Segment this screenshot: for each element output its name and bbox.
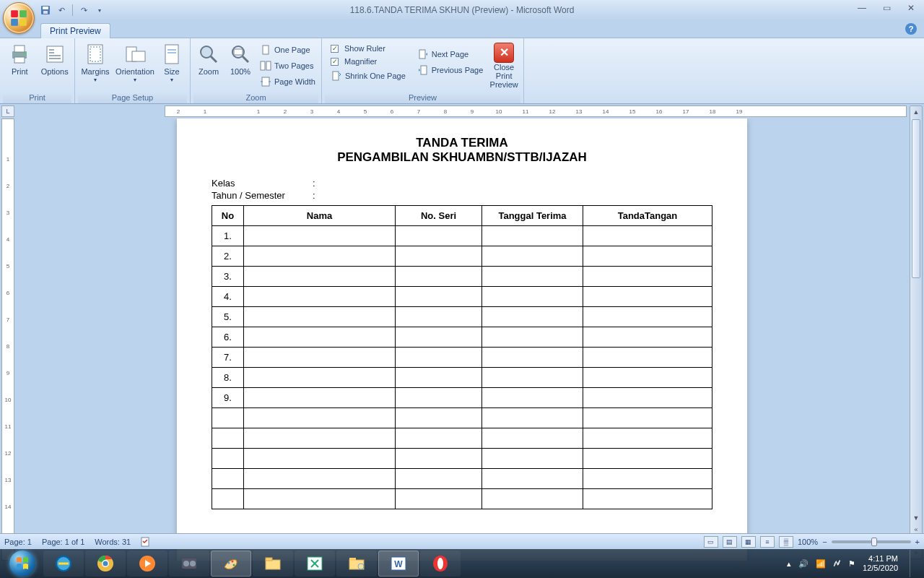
table-row	[212, 469, 712, 489]
maximize-button[interactable]: ▭	[878, 2, 895, 14]
ribbon: Print Options Print Margins▾ Orientation…	[0, 38, 924, 104]
scrollbar-thumb[interactable]	[912, 119, 920, 278]
tray-clock[interactable]: 4:11 PM 12/5/2020	[863, 554, 898, 572]
table-header: Tanggal Terima	[482, 206, 583, 226]
next-page-button[interactable]: Next Page	[414, 47, 487, 61]
help-icon[interactable]: ?	[905, 23, 917, 35]
svg-rect-13	[49, 52, 54, 53]
tab-print-preview[interactable]: Print Preview	[40, 23, 110, 38]
taskbar-chrome[interactable]	[85, 551, 126, 577]
tray-volume-icon[interactable]: 🔊	[798, 559, 808, 569]
orientation-button[interactable]: Orientation▾	[114, 40, 156, 84]
meta-tahun: Tahun / Semester :	[212, 190, 712, 201]
table-row	[212, 428, 712, 449]
vertical-scrollbar[interactable]: ▲ ▼ « ○ »	[910, 105, 923, 559]
undo-icon[interactable]: ↶	[55, 4, 68, 17]
taskbar-explorer[interactable]	[253, 551, 293, 577]
taskbar-opera[interactable]	[420, 551, 461, 577]
tray-network-icon[interactable]: 📶	[816, 559, 826, 569]
svg-point-10	[24, 53, 25, 54]
close-window-button[interactable]: ✕	[902, 2, 920, 14]
taskbar-excel[interactable]	[295, 551, 335, 577]
start-button[interactable]	[3, 549, 42, 578]
table-header: No. Seri	[396, 206, 482, 226]
group-label-page-setup: Page Setup	[78, 92, 187, 103]
view-web-layout-button[interactable]: ▦	[741, 536, 756, 548]
taskbar-word[interactable]: W	[378, 551, 419, 577]
svg-rect-45	[266, 560, 280, 569]
status-page[interactable]: Page: 1	[4, 538, 32, 546]
prev-page-icon	[417, 64, 429, 76]
scroll-down-icon[interactable]: ▼	[910, 512, 922, 524]
svg-point-44	[233, 564, 235, 566]
svg-point-37	[103, 561, 108, 566]
show-ruler-checkbox[interactable]: ✓Show Ruler	[328, 43, 409, 54]
svg-rect-46	[266, 558, 272, 561]
zoom-slider[interactable]	[832, 540, 911, 543]
taskbar-paint[interactable]	[211, 551, 251, 577]
two-pages-button[interactable]: Two Pages	[257, 59, 318, 73]
zoom-slider-knob[interactable]	[871, 538, 877, 546]
table-row: 3.	[212, 267, 712, 287]
print-button[interactable]: Print	[3, 40, 37, 76]
shrink-one-page-button[interactable]: Shrink One Page	[328, 69, 409, 83]
window-title: 118.6.TANDA TERIMA SKHUN (Preview) - Mic…	[350, 5, 575, 15]
taskbar-ie[interactable]	[43, 551, 84, 577]
ruler-corner[interactable]: L	[1, 105, 14, 117]
taskbar-folder[interactable]	[336, 551, 377, 577]
proofing-icon[interactable]	[141, 537, 151, 547]
vertical-ruler[interactable]: 1234567891011121314	[1, 118, 14, 561]
page-width-button[interactable]: Page Width	[257, 74, 318, 89]
svg-rect-19	[132, 51, 145, 61]
close-print-preview-button[interactable]: ✕ Close Print Preview	[487, 40, 520, 89]
taskbar-mediaplayer[interactable]	[127, 551, 167, 577]
page-area[interactable]: TANDA TERIMA PENGAMBILAN SKHUAMBN/STTB/I…	[17, 118, 907, 561]
system-tray: ▴ 🔊 📶 🗲 ⚑ 4:11 PM 12/5/2020	[787, 550, 921, 577]
view-full-screen-button[interactable]: ▤	[723, 536, 737, 548]
zoom-100-button[interactable]: 100%	[225, 40, 256, 76]
view-print-layout-button[interactable]: ▭	[704, 536, 718, 548]
svg-rect-14	[49, 55, 61, 56]
margins-button[interactable]: Margins▾	[78, 40, 113, 84]
quick-access-toolbar: ↶ ↷ ▾	[39, 4, 106, 17]
magnifier-checkbox[interactable]: ✓Magnifier	[328, 56, 409, 67]
group-label-preview: Preview	[325, 92, 520, 103]
shrink-icon	[331, 70, 342, 82]
checkbox-checked-icon: ✓	[331, 58, 339, 66]
tray-show-hidden-icon[interactable]: ▴	[787, 559, 791, 569]
view-outline-button[interactable]: ≡	[760, 536, 775, 548]
scroll-up-icon[interactable]: ▲	[910, 106, 922, 118]
one-page-button[interactable]: One Page	[257, 43, 318, 57]
doc-title-2: PENGAMBILAN SKHUAMBN/STTB/IJAZAH	[212, 150, 712, 165]
svg-rect-25	[234, 49, 243, 55]
table-header: No	[212, 206, 244, 226]
margins-icon	[84, 43, 107, 66]
zoom-out-button[interactable]: −	[822, 538, 827, 546]
zoom-level[interactable]: 100%	[798, 538, 818, 546]
redo-icon[interactable]: ↷	[77, 4, 90, 17]
zoom-in-button[interactable]: +	[915, 538, 920, 546]
minimize-button[interactable]: —	[853, 2, 871, 14]
status-page-of[interactable]: Page: 1 of 1	[42, 538, 84, 546]
office-button[interactable]	[3, 2, 35, 34]
svg-rect-15	[49, 58, 61, 59]
tray-battery-icon[interactable]: 🗲	[833, 559, 841, 568]
qat-dropdown-icon[interactable]: ▾	[93, 4, 106, 17]
options-button[interactable]: Options	[38, 40, 72, 76]
zoom-button[interactable]: Zoom	[193, 40, 224, 76]
table-row: 1.	[212, 226, 712, 246]
save-icon[interactable]	[39, 4, 52, 17]
svg-rect-31	[419, 50, 425, 59]
svg-rect-1	[19, 10, 27, 17]
size-button[interactable]: Size▾	[157, 40, 186, 84]
table-row: 6.	[212, 327, 712, 348]
status-words[interactable]: Words: 31	[95, 538, 131, 546]
horizontal-ruler[interactable]: 2112345678910111213141516171819	[165, 105, 907, 117]
table-row	[212, 489, 712, 509]
taskbar-moviemaker[interactable]	[169, 551, 209, 577]
view-draft-button[interactable]: ▒	[779, 536, 793, 548]
two-pages-icon	[260, 60, 271, 72]
previous-page-button[interactable]: Previous Page	[414, 63, 487, 77]
tray-flag-icon[interactable]: ⚑	[848, 559, 855, 569]
show-desktop-button[interactable]	[910, 550, 917, 577]
